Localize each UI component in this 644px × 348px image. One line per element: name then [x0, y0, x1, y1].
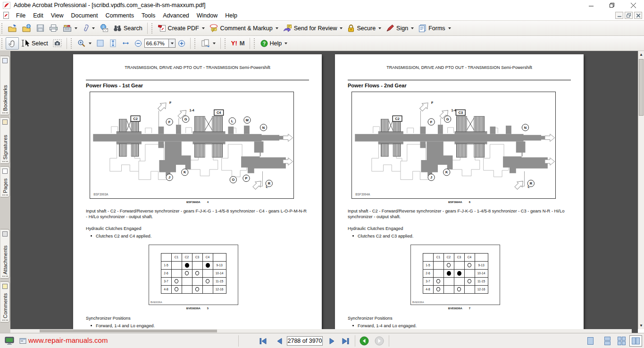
status-window-button[interactable]: [18, 335, 27, 347]
toolbar-grip[interactable]: [225, 38, 227, 49]
fit-page-button[interactable]: [94, 37, 107, 49]
tab-bookmarks[interactable]: Bookmarks: [0, 56, 10, 115]
sign-button[interactable]: Sign: [384, 22, 416, 34]
toolbar-grip[interactable]: [151, 23, 154, 34]
zoom-tool-button[interactable]: [75, 37, 94, 50]
svg-text:O: O: [232, 178, 234, 182]
clutches-heading: Hydraulic Clutches Engaged: [348, 226, 571, 231]
engaged-clutch-marker: [185, 263, 189, 268]
horizontal-scrollbar[interactable]: [10, 329, 632, 333]
send-for-review-button[interactable]: Send for Review: [281, 22, 345, 34]
repair-manuals-link[interactable]: www.repair-manuals.com: [28, 336, 108, 344]
doc-minimize-button[interactable]: [615, 12, 623, 19]
minimize-button[interactable]: [580, 0, 602, 10]
comment-markup-button[interactable]: Comment & Markup: [207, 22, 281, 34]
organizer-button[interactable]: [60, 22, 80, 34]
statusbar-separator: [389, 335, 389, 347]
dropdown-arrow-icon: [75, 27, 77, 29]
fit-width-button[interactable]: [119, 37, 132, 49]
pdf-page-left: TRANSMISSION, DRIVE AND PTO OUT - TRANSM…: [73, 54, 322, 333]
yahoo-toolbar-button[interactable]: Y! M: [229, 38, 247, 49]
toolbar-grip[interactable]: [254, 38, 256, 49]
menu-advanced[interactable]: Advanced: [159, 11, 193, 20]
facing-icon: [631, 337, 640, 345]
single-page-view-button[interactable]: [584, 335, 597, 347]
menu-window[interactable]: Window: [193, 11, 221, 20]
search-button[interactable]: Search: [111, 23, 145, 34]
vertical-scrollbar[interactable]: ▲ ▼: [638, 51, 644, 329]
menu-file[interactable]: File: [12, 11, 29, 20]
toolbar-grip[interactable]: [1, 38, 4, 49]
menu-edit[interactable]: Edit: [29, 11, 47, 20]
tab-grip-icon: [2, 320, 8, 321]
page-display-button[interactable]: [199, 37, 218, 49]
dropdown-arrow-icon: [284, 42, 287, 44]
toolbar-grip[interactable]: [194, 38, 197, 49]
toolbar-grip[interactable]: [1, 23, 4, 34]
continuous-facing-view-button[interactable]: [615, 335, 628, 347]
vscroll-thumb[interactable]: [639, 59, 644, 116]
attach-button[interactable]: [80, 22, 97, 34]
open-web-button[interactable]: [20, 22, 34, 34]
open-button[interactable]: [6, 22, 20, 34]
tab-comments[interactable]: Comments: [0, 281, 10, 323]
restore-button[interactable]: [602, 0, 623, 10]
create-pdf-button[interactable]: Create PDF: [156, 22, 207, 34]
dropdown-arrow-icon: [202, 27, 205, 29]
last-page-button[interactable]: [339, 335, 352, 347]
clutch-table-figure: C1C2C3C41-59-132-610-143-711-154-812-16B…: [149, 245, 238, 305]
tab-pages[interactable]: Pages: [0, 166, 10, 197]
doc-restore-button[interactable]: [625, 12, 633, 19]
next-view-button[interactable]: [373, 335, 386, 347]
svg-text:F: F: [431, 101, 433, 104]
menu-document[interactable]: Document: [67, 11, 102, 20]
page-indicator-input[interactable]: [287, 336, 323, 346]
svg-text:K: K: [184, 170, 186, 174]
clutch-marker: [468, 279, 471, 283]
previous-view-button[interactable]: [358, 335, 371, 347]
zoom-level-input[interactable]: [144, 39, 169, 48]
open-folder-icon: [8, 24, 17, 32]
screen-mode-button[interactable]: [3, 335, 16, 347]
scroll-down-button[interactable]: ▼: [638, 322, 644, 329]
zoom-dropdown-button[interactable]: [169, 39, 176, 48]
help-button[interactable]: ? Help: [258, 38, 290, 49]
continuous-view-button[interactable]: [601, 335, 614, 347]
print-button[interactable]: [47, 22, 60, 34]
fit-height-button[interactable]: [107, 37, 119, 49]
zoom-out-button[interactable]: [132, 38, 144, 49]
transmission-diagram: F1-4LC2C4FGLMNJKOPRBSF3993A: [90, 92, 293, 198]
dropdown-arrow-icon: [448, 27, 451, 29]
next-page-button[interactable]: [326, 335, 339, 347]
hscroll-thumb[interactable]: [40, 330, 217, 332]
snapshot-button[interactable]: [50, 37, 64, 49]
svg-text:C3: C3: [459, 110, 463, 115]
comment-markup-label: Comment & Markup: [220, 25, 273, 32]
email-button[interactable]: [97, 22, 111, 34]
forms-button[interactable]: Forms: [416, 22, 453, 34]
document-window-controls: [615, 12, 642, 19]
previous-page-button[interactable]: [273, 335, 286, 347]
menu-comments[interactable]: Comments: [102, 11, 138, 20]
zoom-in-button[interactable]: [176, 38, 188, 49]
facing-view-button[interactable]: [629, 335, 642, 347]
save-floppy-icon: [36, 24, 44, 32]
next-view-icon: [375, 336, 384, 346]
clutch-marker: [468, 263, 471, 267]
hand-tool-button[interactable]: [6, 37, 19, 50]
doc-close-button[interactable]: [634, 12, 642, 19]
close-button[interactable]: [623, 0, 644, 10]
scroll-up-button[interactable]: ▲: [638, 51, 644, 58]
tab-signatures[interactable]: Signatures: [0, 117, 10, 164]
toolbar-grip[interactable]: [71, 38, 73, 49]
tab-attachments[interactable]: Attachments: [0, 229, 10, 279]
window-icon: [19, 338, 26, 344]
first-page-button[interactable]: [256, 335, 269, 347]
paperclip-icon: [82, 24, 89, 32]
menu-view[interactable]: View: [47, 11, 67, 20]
save-button[interactable]: [34, 22, 47, 34]
secure-button[interactable]: Secure: [345, 22, 384, 34]
menu-help[interactable]: Help: [221, 11, 241, 20]
menu-tools[interactable]: Tools: [138, 11, 159, 20]
select-tool-button[interactable]: Select: [19, 37, 50, 49]
